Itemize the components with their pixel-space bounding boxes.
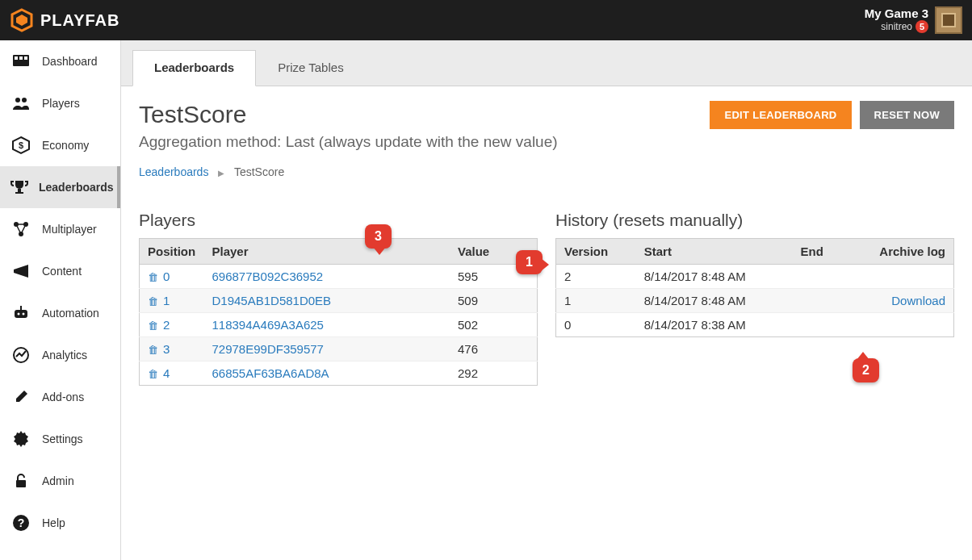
end-cell [793,265,844,289]
help-icon: ? [10,513,32,533]
user-block[interactable]: My Game 3 sinitreo 5 [865,6,962,34]
table-row: 18/14/2017 8:48 AMDownload [556,289,954,313]
sidebar-item-settings[interactable]: Settings [0,418,120,460]
svg-point-6 [15,98,20,102]
svg-point-14 [19,232,23,236]
value-cell: 292 [450,361,537,386]
sidebar-item-addons[interactable]: Add-ons [0,376,120,418]
sidebar-item-label: Players [42,97,80,110]
player-link[interactable]: 72978E99DF359577 [212,342,324,356]
leaderboards-icon [10,178,29,197]
admin-icon [10,471,32,491]
breadcrumb-root[interactable]: Leaderboards [139,165,208,178]
position-link[interactable]: 3 [163,342,170,356]
chevron-right-icon: ▶ [218,169,224,178]
player-link[interactable]: 118394A469A3A625 [212,318,324,332]
sidebar-item-analytics[interactable]: Analytics [0,334,120,376]
trash-icon[interactable]: 🗑 [148,295,158,307]
breadcrumb: Leaderboards ▶ TestScore [139,165,954,178]
position-link[interactable]: 2 [163,318,170,332]
history-table: Version Start End Archive log 28/14/2017… [555,238,954,337]
brand-text: PLAYFAB [40,11,120,30]
automation-icon [10,303,32,323]
sidebar-item-automation[interactable]: Automation [0,292,120,334]
svg-rect-21 [16,480,26,487]
dashboard-icon [10,52,32,71]
sidebar: Dashboard Players $ Economy Leaderboards… [0,40,121,560]
version-cell: 0 [556,313,636,337]
topbar: PLAYFAB My Game 3 sinitreo 5 [0,0,972,40]
position-link[interactable]: 1 [163,294,170,307]
col-version: Version [556,239,636,265]
end-cell [793,289,844,313]
sidebar-item-content[interactable]: Content [0,250,120,292]
svg-rect-5 [24,56,27,60]
table-row: 🗑2118394A469A3A625502 [140,313,538,337]
table-row: 🗑466855AF63BA6AD8A292 [140,361,538,386]
svg-text:$: $ [19,140,23,150]
page-subtitle: Aggregation method: Last (always update … [139,133,558,151]
edit-leaderboard-button[interactable]: EDIT LEADERBOARD [710,101,851,129]
svg-rect-11 [15,192,23,194]
player-link[interactable]: 696877B092C36952 [212,270,324,283]
value-cell: 509 [450,289,537,313]
username: sinitreo [881,22,912,32]
table-row: 🗑1D1945AB1D581D0EB509 [140,289,538,313]
svg-text:?: ? [18,516,25,529]
page-title: TestScore [139,101,558,128]
col-end: End [793,239,844,265]
trash-icon[interactable]: 🗑 [148,320,158,332]
sidebar-item-economy[interactable]: $ Economy [0,124,120,166]
reset-now-button[interactable]: RESET NOW [860,101,954,129]
analytics-icon [10,345,32,365]
sidebar-item-label: Content [42,265,82,278]
value-cell: 476 [450,337,537,361]
svg-rect-18 [20,306,22,310]
tab-leaderboards[interactable]: Leaderboards [132,50,256,86]
start-cell: 8/14/2017 8:38 AM [636,313,793,337]
start-cell: 8/14/2017 8:48 AM [636,265,793,289]
players-panel: Players Position Player Value 🗑0696877B0… [139,211,538,386]
sidebar-item-help[interactable]: ? Help [0,502,120,544]
col-player: Player [204,239,450,265]
history-panel: History (resets manually) Version Start … [555,211,954,337]
annotation-pin-2: 2 [853,358,879,382]
player-link[interactable]: D1945AB1D581D0EB [212,294,332,307]
archive-cell [844,313,954,337]
game-title: My Game 3 [865,7,928,21]
svg-rect-4 [19,56,23,60]
trash-icon[interactable]: 🗑 [148,344,158,356]
content-icon [10,261,32,281]
sidebar-item-label: Leaderboards [39,181,114,194]
sidebar-item-label: Help [42,516,65,529]
trash-icon[interactable]: 🗑 [148,368,158,380]
players-table: Position Player Value 🗑0696877B092C36952… [139,238,538,386]
sidebar-item-label: Analytics [42,349,87,361]
sidebar-item-label: Economy [42,139,89,152]
sidebar-item-leaderboards[interactable]: Leaderboards [0,166,120,208]
avatar[interactable] [935,6,962,34]
notification-badge: 5 [915,20,928,33]
sidebar-item-multiplayer[interactable]: Multiplayer [0,208,120,250]
economy-icon: $ [10,136,32,155]
sidebar-item-admin[interactable]: Admin [0,460,120,502]
archive-cell: Download [844,289,954,313]
position-link[interactable]: 0 [163,270,170,283]
table-row: 08/14/2017 8:38 AM [556,313,954,337]
player-link[interactable]: 66855AF63BA6AD8A [212,366,329,380]
sidebar-item-dashboard[interactable]: Dashboard [0,40,120,82]
breadcrumb-current: TestScore [234,165,284,178]
download-link[interactable]: Download [891,294,945,307]
multiplayer-icon [10,219,32,239]
version-cell: 2 [556,265,636,289]
brand[interactable]: PLAYFAB [10,8,120,32]
trash-icon[interactable]: 🗑 [148,271,158,283]
col-start: Start [636,239,793,265]
col-position: Position [140,239,204,265]
tab-prize-tables[interactable]: Prize Tables [256,50,365,86]
svg-rect-3 [15,56,18,60]
svg-rect-15 [15,310,27,318]
position-link[interactable]: 4 [163,366,170,380]
sidebar-item-label: Automation [42,307,99,320]
sidebar-item-players[interactable]: Players [0,82,120,124]
